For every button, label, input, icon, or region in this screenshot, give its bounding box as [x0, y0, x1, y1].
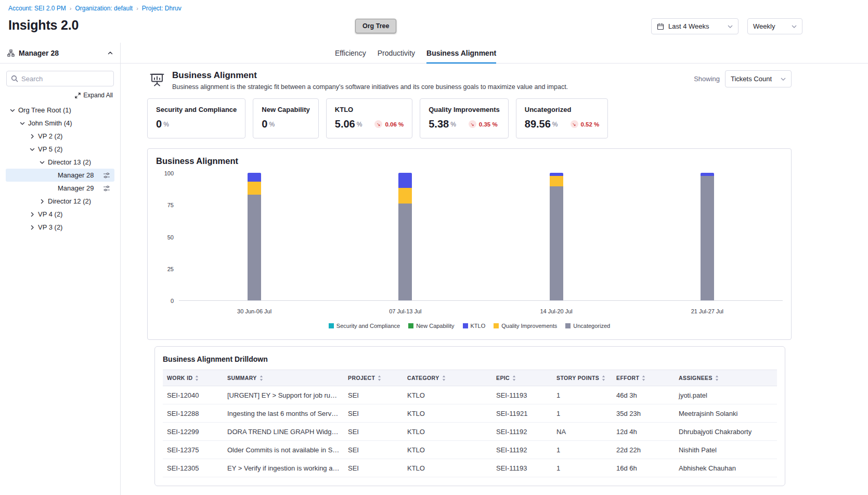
chevron-down-icon[interactable] [29, 147, 36, 152]
tree-item-org-tree-root-1[interactable]: Org Tree Root (1) [6, 104, 114, 117]
breadcrumb-link-account[interactable]: Account: SEI 2.0 PM [8, 5, 66, 12]
org-tree-button[interactable]: Org Tree [355, 19, 396, 33]
tree-item-vp-3-2[interactable]: VP 3 (2) [6, 221, 114, 234]
metric-select[interactable]: Tickets Count [725, 70, 792, 87]
legend-item-ktlo[interactable]: KTLO [463, 323, 486, 329]
sort-icon[interactable] [442, 375, 446, 381]
y-axis-tick: 100 [164, 170, 174, 176]
chevron-right-icon[interactable] [29, 225, 36, 230]
tree-item-manager-29[interactable]: Manager 29 [6, 182, 114, 195]
sort-icon[interactable] [642, 375, 645, 381]
page-title: Insights 2.0 [8, 18, 79, 33]
stacked-bar[interactable] [248, 173, 261, 300]
table-cell: SEI-12299 [163, 423, 223, 441]
stat-card-unit: % [357, 121, 362, 128]
column-header-category[interactable]: CATEGORY [403, 370, 492, 386]
bar-segment-quality-improvements[interactable] [398, 188, 412, 203]
legend-item-security-and-compliance[interactable]: Security and Compliance [329, 323, 400, 329]
legend-item-quality-improvements[interactable]: Quality Improvements [494, 323, 557, 329]
column-header-story-points[interactable]: STORY POINTS [552, 370, 612, 386]
legend-item-new-capability[interactable]: New Capability [408, 323, 454, 329]
tab-efficiency[interactable]: Efficiency [335, 43, 366, 63]
expand-all-button[interactable]: Expand All [7, 92, 113, 99]
chevron-right-icon[interactable] [29, 212, 36, 217]
stat-cards-row: Security and Compliance0%New Capability0… [147, 98, 868, 138]
bar-segment-uncategorized[interactable] [701, 176, 714, 300]
stat-card-title: Quality Improvements [429, 106, 500, 113]
tab-business-alignment[interactable]: Business Alignment [426, 43, 496, 63]
stat-card-title: New Capability [262, 106, 309, 113]
column-header-assignees[interactable]: ASSIGNEES [675, 370, 777, 386]
sort-icon[interactable] [602, 375, 605, 381]
table-cell: SEI-12040 [163, 386, 223, 404]
tree-item-vp-5-2[interactable]: VP 5 (2) [6, 143, 114, 156]
bar-segment-ktlo[interactable] [398, 173, 412, 188]
bar-segment-quality-improvements[interactable] [248, 182, 261, 195]
breadcrumb-link-organization[interactable]: Organization: default [75, 5, 133, 12]
drilldown-card: Business Alignment Drilldown WORK IDSUMM… [154, 346, 785, 486]
date-range-select[interactable]: Last 4 Weeks [651, 18, 739, 34]
chevron-down-icon[interactable] [38, 160, 46, 165]
table-row[interactable]: SEI-12299DORA TREND LINE GRAPH Widgets i… [163, 423, 777, 441]
table-title: Business Alignment Drilldown [163, 355, 777, 363]
chevron-down-icon[interactable] [19, 121, 26, 126]
sidebar-header-label: Manager 28 [19, 49, 59, 57]
bar-segment-uncategorized[interactable] [550, 186, 563, 300]
chevron-down-icon[interactable] [9, 108, 16, 113]
table-cell: 1 [552, 459, 612, 477]
tree-item-john-smith-4[interactable]: John Smith (4) [6, 117, 114, 130]
stat-card-title: Uncategorized [525, 106, 600, 113]
collapse-chevron-up-icon[interactable] [108, 50, 113, 56]
stat-delta-badge: ↘0.06 % [374, 120, 404, 128]
table-cell: EY > Verify if ingestion is working as e… [223, 459, 344, 477]
search-input[interactable] [21, 75, 109, 83]
sort-icon[interactable] [378, 375, 381, 381]
bar-segment-uncategorized[interactable] [398, 204, 412, 300]
bar-segment-quality-improvements[interactable] [550, 176, 563, 186]
sort-icon[interactable] [715, 375, 719, 381]
stacked-bar[interactable] [701, 173, 714, 300]
stat-card-value: 5.38 [429, 118, 449, 130]
column-header-summary[interactable]: SUMMARY [223, 370, 344, 386]
calendar-icon [657, 23, 664, 30]
tree-item-director-13-2[interactable]: Director 13 (2) [6, 156, 114, 169]
table-cell: [URGENT] EY > Support for job run par... [223, 386, 344, 404]
breadcrumb-separator: › [70, 5, 72, 11]
legend-label: New Capability [416, 323, 454, 329]
granularity-select[interactable]: Weekly [747, 18, 802, 34]
table-cell: 1 [552, 386, 612, 404]
stat-card-unit: % [450, 121, 456, 128]
stacked-bar[interactable] [398, 173, 412, 300]
stat-card-unit: % [269, 121, 275, 128]
column-header-epic[interactable]: EPIC [492, 370, 552, 386]
table-row[interactable]: SEI-12040[URGENT] EY > Support for job r… [163, 386, 777, 404]
bar-segment-ktlo[interactable] [248, 173, 261, 182]
stacked-bar[interactable] [550, 173, 563, 300]
tree-item-vp-2-2[interactable]: VP 2 (2) [6, 130, 114, 143]
tree-item-director-12-2[interactable]: Director 12 (2) [6, 195, 114, 208]
chevron-right-icon[interactable] [29, 134, 36, 139]
column-header-effort[interactable]: EFFORT [612, 370, 675, 386]
stat-delta-value: 0.35 % [479, 121, 498, 128]
tree-item-label: VP 5 (2) [38, 145, 62, 153]
sort-icon[interactable] [512, 375, 516, 381]
filter-sliders-icon[interactable] [103, 185, 110, 192]
breadcrumb-link-project[interactable]: Project: Dhruv [142, 5, 182, 12]
showing-label: Showing [694, 75, 720, 83]
table-row[interactable]: SEI-12288Ingesting the last 6 months of … [163, 404, 777, 423]
column-header-project[interactable]: PROJECT [344, 370, 403, 386]
column-header-work-id[interactable]: WORK ID [163, 370, 223, 386]
table-cell: KTLO [403, 459, 492, 477]
expand-all-label: Expand All [83, 92, 113, 99]
tree-item-manager-28[interactable]: Manager 28 [6, 169, 114, 182]
sort-icon[interactable] [260, 375, 263, 381]
tree-item-vp-4-2[interactable]: VP 4 (2) [6, 208, 114, 221]
table-row[interactable]: SEI-12375Older Commits is not available … [163, 441, 777, 459]
filter-sliders-icon[interactable] [103, 172, 110, 179]
chevron-right-icon[interactable] [38, 199, 46, 204]
tab-productivity[interactable]: Productivity [378, 43, 415, 63]
table-row[interactable]: SEI-12305EY > Verify if ingestion is wor… [163, 459, 777, 477]
sort-icon[interactable] [195, 375, 199, 381]
bar-segment-uncategorized[interactable] [248, 195, 261, 300]
legend-item-uncategorized[interactable]: Uncategorized [565, 323, 610, 329]
